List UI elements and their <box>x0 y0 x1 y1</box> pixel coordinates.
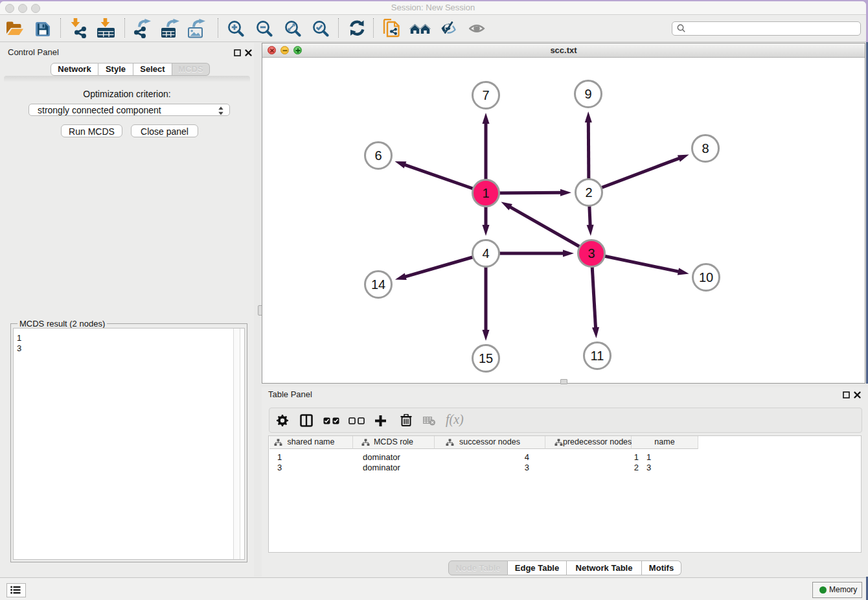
svg-text:2: 2 <box>585 185 592 200</box>
svg-text:7: 7 <box>482 88 489 102</box>
svg-text:8: 8 <box>702 141 709 156</box>
svg-text:3: 3 <box>588 246 595 260</box>
svg-text:1: 1 <box>482 186 489 200</box>
svg-text:9: 9 <box>584 87 591 101</box>
svg-text:4: 4 <box>482 246 489 260</box>
svg-text:14: 14 <box>371 277 385 292</box>
svg-text:11: 11 <box>591 349 604 363</box>
svg-text:6: 6 <box>374 148 382 163</box>
svg-text:15: 15 <box>479 351 493 365</box>
svg-text:10: 10 <box>699 270 713 284</box>
